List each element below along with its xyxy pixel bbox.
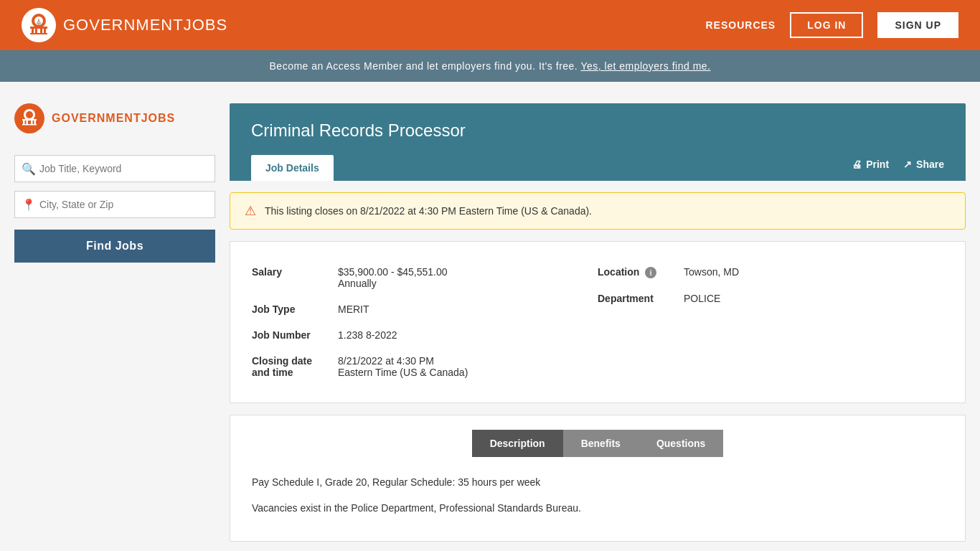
location-search-wrap: 📍 [14,191,215,218]
svg-rect-5 [44,29,46,33]
description-card: Description Benefits Questions Pay Sched… [230,415,966,542]
job-title: Criminal Records Processor [251,121,944,141]
info-icon[interactable]: i [645,267,656,278]
alert-text: This listing closes on 8/21/2022 at 4:30… [265,205,592,217]
location-info: Location i Towson, MD [598,259,943,286]
right-info-column: Location i Towson, MD Department POLICE [598,259,943,385]
job-header-card: Criminal Records Processor Job Details 🖨… [230,103,966,181]
closing-value: 8/21/2022 at 4:30 PMEastern Time (US & C… [338,355,468,378]
header-logo: ⛪ GOVERNMENTJOBS [22,8,227,42]
svg-rect-1 [30,27,47,29]
job-type-value: MERIT [338,303,369,315]
job-details-card: Salary $35,900.00 - $45,551.00Annually J… [230,241,966,403]
signup-button[interactable]: SIGN UP [877,12,958,38]
description-line2: Vacancies exist in the Police Department… [252,500,943,516]
tab-description[interactable]: Description [472,430,563,457]
banner-text: Become an Access Member and let employer… [270,60,578,72]
job-number-info: Job Number 1.238 8-2022 [252,322,598,348]
closing-info: Closing dateand time 8/21/2022 at 4:30 P… [252,348,598,385]
location-icon: 📍 [22,198,36,212]
location-search-input[interactable] [14,191,215,218]
closing-label: Closing dateand time [252,355,331,378]
location-value: Towson, MD [684,266,739,278]
sidebar-logo: GOVERNMENTJOBS [14,103,215,133]
government-building-icon: ⛪ [27,14,50,37]
keyword-search-wrap: 🔍 [14,155,215,182]
svg-rect-12 [27,121,29,124]
svg-rect-2 [32,29,34,33]
header-nav: RESOURCES LOG IN SIGN UP [706,12,959,38]
department-label: Department [598,293,677,304]
svg-rect-14 [34,121,37,124]
tab-questions[interactable]: Questions [639,430,723,457]
job-number-value: 1.238 8-2022 [338,329,397,341]
find-jobs-button[interactable]: Find Jobs [14,230,215,263]
svg-rect-4 [40,29,42,33]
alert-banner: ⚠ This listing closes on 8/21/2022 at 4:… [230,192,966,230]
description-tabs-row: Description Benefits Questions [252,430,943,457]
description-content: Pay Schedule I, Grade 20, Regular Schedu… [252,474,943,517]
warning-icon: ⚠ [245,203,256,219]
print-button[interactable]: 🖨 Print [852,159,889,170]
svg-rect-10 [22,119,37,121]
location-label: Location i [598,266,677,278]
svg-text:⛪: ⛪ [35,18,42,25]
salary-row: Salary $35,900.00 - $45,551.00Annually J… [252,259,598,385]
access-banner: Become an Access Member and let employer… [0,50,980,82]
job-tabs-row: Job Details 🖨 Print ↗ Share [251,155,944,181]
main-layout: GOVERNMENTJOBS 🔍 📍 Find Jobs Criminal Re… [0,82,980,551]
svg-rect-11 [23,121,25,124]
tab-benefits[interactable]: Benefits [563,430,639,457]
description-line1: Pay Schedule I, Grade 20, Regular Schedu… [252,474,943,490]
top-header: ⛪ GOVERNMENTJOBS RESOURCES LOG IN SIGN U… [0,0,980,50]
department-info: Department POLICE [598,286,943,311]
job-type-label: Job Type [252,303,331,315]
job-number-label: Job Number [252,329,331,341]
salary-value: $35,900.00 - $45,551.00Annually [338,266,448,289]
job-info-grid: Salary $35,900.00 - $45,551.00Annually J… [252,259,943,385]
department-value: POLICE [684,293,720,304]
tab-job-details[interactable]: Job Details [251,155,334,181]
job-content: Criminal Records Processor Job Details 🖨… [230,103,966,542]
salary-info: Salary $35,900.00 - $45,551.00Annually [252,259,598,296]
resources-link[interactable]: RESOURCES [706,19,776,31]
svg-rect-6 [30,33,47,34]
sidebar-building-icon [20,109,39,128]
job-type-info: Job Type MERIT [252,296,598,322]
sidebar-logo-text: GOVERNMENTJOBS [52,112,175,125]
svg-rect-3 [35,29,37,33]
svg-rect-13 [31,121,33,124]
header-logo-icon: ⛪ [22,8,56,42]
share-button[interactable]: ↗ Share [903,159,944,170]
login-button[interactable]: LOG IN [790,12,863,38]
share-icon: ↗ [903,159,912,170]
banner-link[interactable]: Yes, let employers find me. [580,60,710,72]
search-icon: 🔍 [22,162,36,176]
sidebar-logo-icon [14,103,44,133]
keyword-search-input[interactable] [14,155,215,182]
header-logo-text: GOVERNMENTJOBS [63,16,227,34]
job-actions: 🖨 Print ↗ Share [852,159,944,177]
svg-rect-15 [22,124,37,126]
salary-label: Salary [252,266,331,289]
svg-point-16 [26,111,33,118]
print-icon: 🖨 [852,159,862,170]
sidebar: GOVERNMENTJOBS 🔍 📍 Find Jobs [14,103,230,542]
